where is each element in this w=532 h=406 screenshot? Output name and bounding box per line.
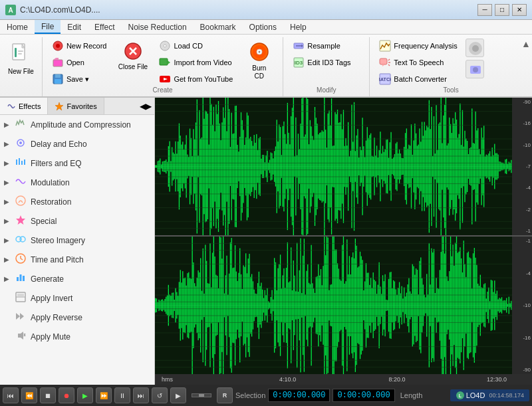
menu-item-noise-reduction[interactable]: Noise Reduction	[122, 20, 194, 34]
mute-icon	[15, 330, 27, 344]
time-label-1: 4:10.0	[279, 376, 296, 383]
minimize-button[interactable]: ─	[477, 4, 492, 16]
open-button[interactable]: Open	[48, 55, 111, 70]
new-file-button[interactable]: New File	[5, 40, 37, 78]
svg-rect-19	[160, 58, 168, 65]
sidebar-item-delay-and-echo[interactable]: ▶Delay and Echo	[0, 134, 154, 153]
new-file-label: New File	[8, 68, 34, 75]
text-to-speech-button[interactable]: Text To Speech	[375, 55, 461, 70]
svg-rect-5	[18, 51, 23, 52]
close-file-button[interactable]: Close File	[114, 39, 151, 72]
transport-end-button[interactable]: ⏭	[133, 387, 149, 403]
batch-converter-button[interactable]: BATCH Batch Converter	[375, 72, 461, 86]
transport-stop-button[interactable]: ⏹	[40, 387, 56, 403]
sidebar-item-time-and-pitch[interactable]: ▶Time and Pitch	[0, 250, 154, 269]
menu-item-bookmark[interactable]: Bookmark	[194, 20, 243, 34]
svg-rect-33	[380, 58, 387, 64]
menu-item-home[interactable]: Home	[0, 20, 35, 34]
sidebar-item-label: Generate	[31, 274, 64, 284]
tab-favorites[interactable]: Favorites	[48, 98, 104, 114]
svg-marker-44	[55, 102, 63, 110]
menu-item-options[interactable]: Options	[243, 20, 283, 34]
sidebar-item-amplitude-and-compression[interactable]: ▶Amplitude and Compression	[0, 115, 154, 134]
svg-rect-13	[55, 79, 61, 84]
sidebar-item-label: Apply Mute	[31, 332, 70, 342]
svg-line-57	[21, 258, 23, 260]
transport-r-button[interactable]: R	[217, 387, 233, 403]
svg-rect-6	[18, 53, 22, 54]
sidebar: Effects Favorites ◀▶ ▶Amplitude and Comp…	[0, 98, 155, 385]
edit-id3-button[interactable]: ID3 Edit ID3 Tags	[289, 55, 354, 70]
transport-play-button[interactable]: ▶	[77, 387, 93, 403]
sidebar-nav-button[interactable]: ◀▶	[137, 98, 154, 114]
transport-record-button[interactable]: ⏺	[59, 387, 74, 403]
new-file-section: New File	[0, 37, 43, 96]
menu-item-help[interactable]: Help	[283, 20, 313, 34]
sidebar-item-label: Apply Reverse	[31, 313, 82, 322]
waveform-area: -90 -16 -10 -7 -4 -2 -1 -1 -4 -10 -16 -9…	[155, 98, 532, 385]
expand-arrow: ▶	[4, 198, 11, 205]
svg-rect-58	[17, 277, 19, 281]
transport-rewind-button[interactable]: ⏪	[21, 387, 37, 403]
sidebar-item-special[interactable]: ▶Special	[0, 211, 154, 231]
frequency-analysis-button[interactable]: Frequency Analysis	[375, 39, 461, 53]
expand-arrow: ▶	[4, 275, 11, 282]
burn-cd-button[interactable]: BurnCD	[241, 39, 277, 92]
menu-bar: HomeFileEditEffectNoise ReductionBookmar…	[0, 20, 532, 35]
maximize-button[interactable]: □	[495, 4, 509, 16]
sidebar-item-modulation[interactable]: ▶Modulation	[0, 173, 154, 192]
svg-rect-4	[15, 48, 17, 57]
ribbon-tools-section: Frequency Analysis Text To Speech BATCH …	[370, 37, 532, 96]
expand-arrow: ▶	[4, 237, 11, 244]
tools-section-label: Tools	[370, 86, 532, 94]
selection-end-display: 0:00:00.000	[332, 389, 394, 402]
svg-point-43	[473, 67, 478, 72]
transport-pause-button[interactable]: ⏸	[114, 387, 130, 403]
sidebar-item-label: Stereo Imagery	[31, 236, 85, 245]
ribbon-collapse-button[interactable]: ▲	[521, 39, 531, 49]
svg-text:ID3: ID3	[295, 60, 303, 66]
menu-item-edit[interactable]: Edit	[61, 20, 88, 34]
sidebar-item-apply-reverse[interactable]: Apply Reverse	[0, 308, 154, 327]
modify-section-label: Modify	[283, 86, 369, 94]
tool-extra-2[interactable]	[466, 60, 484, 78]
svg-rect-63	[17, 294, 24, 296]
transport-loop-button[interactable]: ↺	[152, 387, 168, 403]
transport-play2-button[interactable]: ▶	[170, 387, 186, 403]
new-record-button[interactable]: New Record	[48, 39, 111, 53]
sidebar-item-label: Modulation	[31, 178, 70, 187]
sidebar-item-restoration[interactable]: ▶Restoration	[0, 192, 154, 211]
menu-item-effect[interactable]: Effect	[88, 20, 121, 34]
close-button[interactable]: ✕	[512, 4, 527, 16]
svg-marker-66	[18, 332, 23, 340]
window-controls: ─ □ ✕	[477, 4, 527, 16]
tab-effects[interactable]: Effects	[0, 98, 48, 114]
expand-arrow: ▶	[4, 217, 11, 225]
svg-text:BATCH: BATCH	[379, 77, 391, 82]
load-cd-button[interactable]: Load CD	[155, 39, 237, 53]
sidebar-item-stereo-imagery[interactable]: ▶Stereo Imagery	[0, 231, 154, 250]
time-ruler: hms 4:10.0 8:20.0 12:30.0	[155, 374, 532, 385]
filter-icon	[15, 156, 27, 170]
svg-rect-60	[23, 276, 25, 281]
sidebar-item-filters-and-eq[interactable]: ▶Filters and EQ	[0, 153, 154, 173]
svg-marker-52	[16, 215, 25, 225]
waveform-track-1: -90 -16 -10 -7 -4 -2 -1	[155, 98, 532, 237]
sidebar-item-label: Amplitude and Compression	[31, 120, 131, 130]
tool-extra-1[interactable]	[466, 39, 484, 57]
logo-badge: L LO4D 00:14:58.174	[450, 389, 529, 401]
transport-start-button[interactable]: ⏮	[3, 387, 19, 403]
ribbon: New File New Record Open Save ▾	[0, 35, 532, 98]
transport-ff-button[interactable]: ⏩	[96, 387, 112, 403]
time-icon	[15, 253, 27, 266]
import-video-button[interactable]: Import from Video	[155, 55, 237, 70]
menu-item-file[interactable]: File	[35, 20, 61, 34]
sidebar-item-apply-invert[interactable]: Apply Invert	[0, 288, 154, 308]
main-content: Effects Favorites ◀▶ ▶Amplitude and Comp…	[0, 98, 532, 385]
sidebar-item-apply-mute[interactable]: Apply Mute	[0, 327, 154, 346]
youtube-button[interactable]: Get from YouTube	[155, 72, 237, 86]
resample-button[interactable]: Resample	[289, 39, 354, 53]
svg-point-8	[56, 44, 60, 48]
sidebar-item-generate[interactable]: ▶Generate	[0, 269, 154, 288]
save-button[interactable]: Save ▾	[48, 72, 111, 86]
